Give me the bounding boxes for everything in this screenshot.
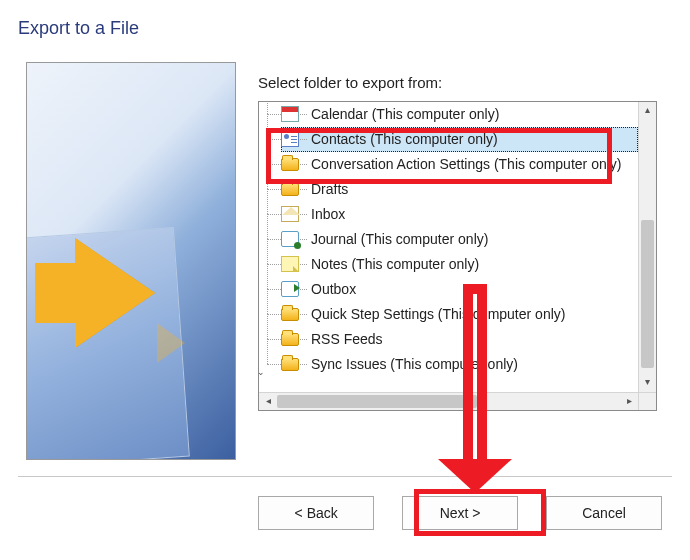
tree-item[interactable]: ⌄Sync Issues (This computer only) [281,352,638,377]
horizontal-scroll-thumb[interactable] [277,395,477,408]
tree-item[interactable]: Contacts (This computer only) [281,127,638,152]
tree-item-label: Notes (This computer only) [311,256,479,272]
tree-item-label: Inbox [311,206,345,222]
folder-icon [281,333,299,346]
tree-item-label: Calendar (This computer only) [311,106,499,122]
scroll-down-button[interactable]: ▾ [639,374,656,392]
tree-item[interactable]: Conversation Action Settings (This compu… [281,152,638,177]
folder-icon [281,183,299,196]
tree-item-label: Outbox [311,281,356,297]
tree-item-label: Contacts (This computer only) [311,131,498,147]
tree-item-label: Quick Step Settings (This computer only) [311,306,565,322]
scroll-left-button[interactable]: ◂ [259,393,277,410]
scroll-corner [638,393,656,410]
folder-icon [281,308,299,321]
folder-icon [281,358,299,371]
wizard-illustration [26,62,236,460]
inbox-icon [281,206,299,222]
tree-item-label: Sync Issues (This computer only) [311,356,518,372]
calendar-icon [281,106,299,122]
tree-item[interactable]: Inbox [281,202,638,227]
notes-icon [281,256,299,272]
journal-icon [281,231,299,247]
vertical-scroll-thumb[interactable] [641,220,654,368]
tree-item[interactable]: Outbox [281,277,638,302]
scroll-up-button[interactable]: ▴ [639,102,656,120]
separator [18,476,672,477]
next-button[interactable]: Next > [402,496,518,530]
vertical-scrollbar[interactable]: ▴ ▾ [638,102,656,392]
folder-icon [281,158,299,171]
tree-item-label: Drafts [311,181,348,197]
back-button[interactable]: < Back [258,496,374,530]
tree-item-label: Conversation Action Settings (This compu… [311,156,621,172]
dialog-title: Export to a File [18,18,139,39]
cancel-button[interactable]: Cancel [546,496,662,530]
folder-tree[interactable]: Calendar (This computer only)Contacts (T… [258,101,657,411]
horizontal-scrollbar[interactable]: ◂ ▸ [259,392,656,410]
tree-item[interactable]: Notes (This computer only) [281,252,638,277]
tree-item[interactable]: Drafts [281,177,638,202]
tree-item[interactable]: Journal (This computer only) [281,227,638,252]
tree-item-label: RSS Feeds [311,331,383,347]
tree-item[interactable]: Quick Step Settings (This computer only) [281,302,638,327]
scroll-right-button[interactable]: ▸ [620,393,638,410]
instruction-label: Select folder to export from: [258,74,442,91]
contacts-icon [281,131,299,147]
outbox-icon [281,281,299,297]
tree-item-label: Journal (This computer only) [311,231,488,247]
expand-icon[interactable]: ⌄ [259,360,266,369]
tree-item[interactable]: RSS Feeds [281,327,638,352]
tree-item[interactable]: Calendar (This computer only) [281,102,638,127]
